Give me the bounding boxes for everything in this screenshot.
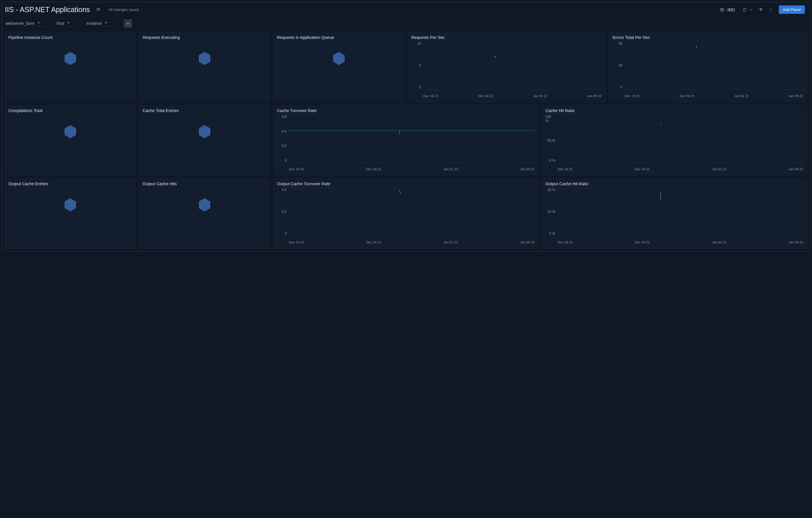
svg-line-5 — [494, 56, 496, 58]
x-tick: Jan 01 22 — [712, 167, 727, 171]
x-axis: Dec 16 21Dec 24 21Jan 01 22Jan 09 22 — [557, 167, 804, 171]
y-tick: 50 % — [548, 139, 555, 143]
dashboard-header: IIS - ASP.NET Applications All changes s… — [2, 2, 810, 18]
no-data-placeholder — [143, 125, 266, 138]
time-range-button[interactable]: -30D — [718, 6, 736, 13]
panel-output-cache-entries[interactable]: Output Cache Entries — [4, 178, 136, 249]
no-data-placeholder — [8, 198, 132, 211]
x-axis: Dec 16 21Dec 24 21Jan 01 22Jan 09 22 — [557, 240, 804, 244]
chart: 1050Dec 16 21Dec 24 21Jan 01 22Jan 09 22 — [411, 41, 602, 98]
refresh-menu-button[interactable] — [749, 6, 754, 13]
svg-point-2 — [771, 8, 771, 9]
panel-grid: Pipeline Instance Count Requests Executi… — [2, 32, 810, 251]
variable-host: host * — [57, 21, 75, 27]
no-data-placeholder — [277, 52, 401, 65]
y-tick: 0 — [620, 85, 622, 89]
variable-label: host — [57, 21, 64, 26]
x-tick: Dec 24 21 — [366, 240, 381, 244]
variable-webserver-farm: webserver_farm * — [5, 21, 45, 27]
y-tick: 10 — [417, 41, 421, 46]
y-axis: 40200 — [613, 41, 624, 89]
chart-series — [557, 188, 804, 236]
x-tick: Dec 24 21 — [679, 94, 694, 98]
chart-series — [423, 41, 602, 89]
y-tick: 0 — [285, 159, 287, 163]
chart: 0.60.40.20Dec 16 21Dec 24 21Jan 01 22Jan… — [277, 115, 535, 171]
chart: 40 %20 %0 %Dec 16 21Dec 24 21Jan 01 22Ja… — [546, 188, 804, 244]
panel-title: Errors Total Per Sec — [613, 35, 804, 40]
variable-value[interactable]: * — [67, 21, 74, 27]
chart: 100 %50 %0 %Dec 16 21Dec 24 21Jan 01 22J… — [546, 115, 804, 171]
y-tick: 0 % — [549, 232, 555, 236]
panel-output-cache-turnover[interactable]: Output Cache Turnover Rate0.40.20Dec 16 … — [273, 178, 539, 249]
clock-icon — [720, 7, 724, 12]
variable-value[interactable]: * — [37, 21, 45, 27]
svg-line-9 — [661, 124, 662, 125]
gridline — [557, 236, 804, 236]
panel-title: Requests in Application Queue — [277, 35, 401, 40]
x-axis: Dec 16 21Dec 24 21Jan 01 22Jan 09 22 — [288, 167, 535, 171]
hexagon-icon — [199, 52, 210, 65]
chart-series — [624, 41, 804, 89]
x-axis: Dec 16 21Dec 24 21Jan 01 22Jan 09 22 — [423, 94, 602, 98]
panel-cache-hit-ratio[interactable]: Cache Hit Ratio100 %50 %0 %Dec 16 21Dec … — [542, 105, 808, 176]
panel-output-cache-hit-ratio[interactable]: Output Cache Hit Ratio40 %20 %0 %Dec 16 … — [542, 178, 808, 249]
gridline — [557, 163, 804, 163]
panel-requests-per-sec[interactable]: Requests Per Sec1050Dec 16 21Dec 24 21Ja… — [407, 32, 606, 103]
no-data-placeholder — [143, 52, 266, 65]
panel-title: Requests Per Sec — [411, 35, 602, 40]
panel-title: Output Cache Turnover Rate — [277, 181, 535, 186]
variable-label: webserver_farm — [5, 21, 34, 26]
chart-series — [557, 115, 804, 163]
variables-row: webserver_farm * host * instance * — [2, 18, 810, 32]
y-axis: 0.40.20 — [277, 188, 288, 236]
panel-cache-turnover[interactable]: Cache Turnover Rate0.60.40.20Dec 16 21De… — [273, 105, 539, 176]
share-icon[interactable] — [94, 6, 102, 13]
gridline — [288, 163, 535, 163]
y-axis: 100 %50 %0 % — [546, 115, 557, 163]
variable-label: instance — [87, 21, 102, 26]
y-tick: 0.2 — [282, 210, 287, 214]
chart: 40200Dec 16 21Dec 24 21Jan 01 22Jan 09 2… — [613, 41, 804, 98]
x-tick: Jan 09 22 — [788, 240, 803, 244]
panel-title: Pipeline Instance Count — [8, 35, 132, 40]
hexagon-icon — [333, 52, 345, 65]
variable-instance: instance * — [87, 21, 112, 27]
no-data-placeholder — [8, 52, 132, 65]
x-axis: Dec 16 21Dec 24 21Jan 01 22Jan 09 22 — [288, 240, 535, 244]
chart-series — [288, 188, 535, 236]
filter-button[interactable] — [757, 6, 764, 13]
panel-requests-executing[interactable]: Requests Executing — [139, 32, 270, 103]
add-variable-button[interactable] — [124, 20, 132, 28]
x-tick: Jan 09 22 — [520, 167, 534, 171]
no-data-placeholder — [143, 198, 266, 211]
x-tick: Jan 09 22 — [587, 94, 602, 98]
x-tick: Dec 24 21 — [366, 167, 381, 171]
variable-value[interactable]: * — [105, 21, 112, 27]
x-tick: Jan 01 22 — [533, 94, 548, 98]
y-axis: 40 %20 %0 % — [546, 188, 557, 236]
page-title: IIS - ASP.NET Applications — [5, 5, 90, 14]
x-tick: Dec 16 21 — [289, 167, 304, 171]
panel-requests-in-app-queue[interactable]: Requests in Application Queue — [273, 32, 405, 103]
refresh-button[interactable] — [741, 6, 748, 13]
panel-cache-total-entries[interactable]: Cache Total Entries — [139, 105, 270, 176]
panel-pipeline-instance-count[interactable]: Pipeline Instance Count — [4, 32, 136, 103]
y-tick: 0.6 — [282, 115, 287, 119]
panel-output-cache-hits[interactable]: Output Cache Hits — [139, 178, 270, 249]
svg-point-3 — [771, 9, 771, 10]
no-data-placeholder — [8, 125, 132, 138]
chart: 0.40.20Dec 16 21Dec 24 21Jan 01 22Jan 09… — [277, 188, 535, 244]
more-button[interactable] — [767, 6, 775, 13]
chart-series — [288, 115, 535, 163]
y-tick: 40 % — [548, 188, 555, 192]
panel-errors-total-per-sec[interactable]: Errors Total Per Sec40200Dec 16 21Dec 24… — [609, 32, 808, 103]
filter-icon — [758, 7, 763, 12]
plot-area — [624, 41, 804, 89]
add-panel-button[interactable]: Add Panel — [779, 5, 805, 14]
more-vertical-icon — [769, 7, 773, 12]
plot-area — [557, 188, 804, 236]
gridline — [624, 89, 804, 90]
chevron-down-icon — [749, 7, 754, 12]
panel-compilations-total[interactable]: Compilations Total — [4, 105, 136, 176]
